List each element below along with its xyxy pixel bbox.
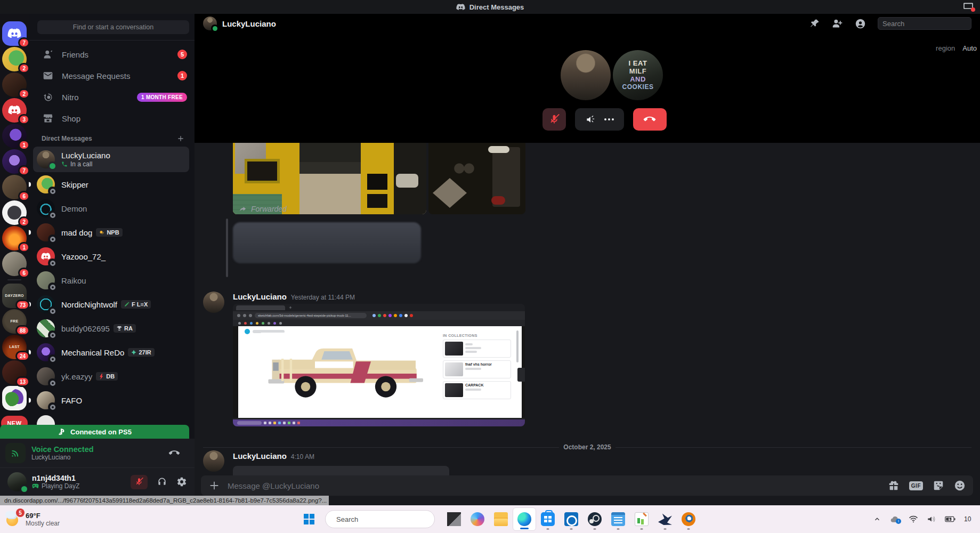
weather-widget[interactable]: 5 69°F Mostly clear (0, 511, 101, 527)
dm-avatar-rail-3[interactable]: 3 (2, 98, 27, 123)
volume-icon[interactable] (927, 515, 936, 523)
server-dayzero[interactable]: DAYZERO73 (2, 284, 27, 308)
dm-item-luckyluciano[interactable]: LuckyLuciano In a call (33, 147, 189, 172)
dm-avatar-rail-9[interactable]: 6 (2, 252, 27, 276)
dm-item-yazooo[interactable]: Yazooo_72_ (33, 245, 189, 268)
avatar[interactable] (203, 292, 224, 313)
emoji-icon[interactable] (954, 480, 966, 491)
pin-icon[interactable] (809, 18, 820, 29)
dm-avatar-rail-4[interactable]: 1 (2, 124, 27, 148)
dm-item-fafo[interactable]: FAFO (33, 389, 189, 412)
message-input[interactable] (228, 481, 880, 490)
taskbar-search-input[interactable] (336, 515, 430, 523)
server-plant[interactable] (2, 386, 27, 410)
gift-icon[interactable] (888, 480, 900, 491)
hang-up-button[interactable] (633, 108, 667, 131)
message-input-bar[interactable]: GIF (201, 475, 973, 496)
taskbar-app-office-doc[interactable] (630, 507, 653, 531)
participant-avatar-luckyluciano[interactable] (561, 50, 611, 100)
disconnect-call-icon[interactable] (169, 448, 187, 458)
image-attachment[interactable] (233, 143, 426, 214)
sidebar-item-message-requests[interactable]: Message Requests 1 (29, 65, 195, 86)
self-mute-button[interactable] (131, 475, 148, 489)
find-conversation-button[interactable]: Find or start a conversation (37, 20, 189, 34)
image-attachment[interactable] (428, 143, 525, 214)
message-author[interactable]: LuckyLuciano (233, 451, 287, 461)
gif-picker-icon[interactable]: GIF (909, 481, 923, 490)
battery-icon[interactable] (945, 516, 955, 522)
dm-avatar-rail-1[interactable]: 2 (2, 47, 27, 71)
taskbar-app-outlook[interactable] (560, 507, 583, 531)
tray-chevron-icon[interactable] (873, 515, 881, 523)
dm-avatar-rail-2[interactable]: 2 (2, 72, 27, 97)
ps5-connection-banner[interactable]: Connected on PS5 (0, 425, 189, 439)
create-dm-icon[interactable] (176, 134, 185, 143)
blurred-embed[interactable] (233, 222, 421, 263)
dm-item-mechanical-redo[interactable]: Mechanical ReDo 27IR (33, 341, 189, 364)
settings-gear-icon[interactable] (176, 477, 187, 487)
start-button[interactable] (298, 508, 320, 530)
online-status-dot (50, 163, 55, 169)
screenshare-indicator-icon[interactable] (963, 2, 974, 11)
server-13[interactable]: 13 (2, 360, 27, 385)
taskbar-app-store[interactable] (536, 507, 560, 531)
mute-microphone-button[interactable] (542, 108, 566, 131)
deafen-button[interactable] (157, 477, 167, 487)
dm-avatar-rail-7[interactable]: 2 (2, 200, 27, 225)
participant-avatar-self[interactable]: I EAT MILF AND COOKIES (613, 50, 663, 100)
chat-search[interactable] (878, 17, 971, 30)
voice-connected-label[interactable]: Voice Connected (31, 445, 163, 454)
tray-clock[interactable]: 10 (964, 515, 980, 523)
dm-item-mad-dog[interactable]: mad dog NPB (33, 221, 189, 244)
self-avatar[interactable] (7, 472, 27, 491)
app-titlebar[interactable]: Direct Messages (0, 0, 980, 14)
avatar[interactable] (203, 17, 217, 30)
wifi-icon[interactable] (909, 515, 918, 523)
avatar (37, 295, 55, 313)
server-fre[interactable]: FRE88 (2, 309, 27, 334)
dm-item-demon[interactable]: Demon (33, 197, 189, 220)
clipped-attachment[interactable] (233, 466, 449, 475)
voice-channel-name[interactable]: LuckyLuciano (31, 454, 163, 461)
dm-item-nordicnightwolf[interactable]: NordicNightwolf F L≡X (33, 293, 189, 316)
self-identity[interactable]: n1nj4d34th1 Playing DayZ (32, 474, 125, 490)
sidebar-item-friends[interactable]: Friends 5 (29, 44, 195, 65)
taskbar-app-blender[interactable] (677, 507, 700, 531)
taskbar-app-copilot[interactable] (466, 507, 489, 531)
taskbar-app-edge[interactable] (513, 507, 536, 531)
screenshot-attachment[interactable]: sketchfab.com/3d-models/generic-4wd-step… (233, 304, 525, 426)
chat-title[interactable]: LuckyLuciano (222, 19, 276, 28)
collection-card[interactable]: CARPACK (443, 381, 511, 399)
user-profile-icon[interactable] (855, 18, 866, 29)
chat-search-input[interactable] (882, 20, 967, 28)
soundboard-and-more-button[interactable] (575, 108, 624, 131)
taskbar-app-steam[interactable] (583, 507, 606, 531)
taskbar-search[interactable] (325, 510, 435, 528)
taskbar-app-file-explorer[interactable] (489, 507, 513, 531)
sticker-icon[interactable] (933, 480, 944, 491)
home-button[interactable]: 7 (2, 21, 27, 46)
sidebar-item-shop[interactable]: Shop (29, 108, 195, 129)
dm-avatar-rail-5[interactable]: 7 (2, 149, 27, 174)
dm-avatar-rail-8[interactable]: 1 (2, 226, 27, 251)
avatar[interactable] (203, 450, 224, 472)
dm-item-raikou[interactable]: Raikou (33, 269, 189, 292)
dm-item-skipper[interactable]: Skipper (33, 173, 189, 196)
attach-plus-icon[interactable] (208, 480, 220, 491)
dm-item-buddy062695[interactable]: buddy062695 RA (33, 317, 189, 340)
server-last[interactable]: LAST24 (2, 335, 27, 359)
collection-card[interactable]: fnaf vhs horror (443, 360, 511, 378)
dm-item-yk-eazyy[interactable]: yk.eazyy DB (33, 365, 189, 388)
message-author[interactable]: LuckyLuciano (233, 292, 287, 301)
collection-card[interactable] (443, 340, 511, 358)
page-scrollbar[interactable] (516, 330, 519, 362)
more-options-icon[interactable] (604, 118, 614, 120)
taskbar-app-dark-bird[interactable] (653, 507, 677, 531)
dm-avatar-rail-6[interactable]: 6 (2, 175, 27, 199)
user-panel: n1nj4d34th1 Playing DayZ (0, 467, 195, 496)
taskbar-app-taskview[interactable] (442, 507, 466, 531)
taskbar-app-notepad[interactable] (606, 507, 630, 531)
add-friend-to-dm-icon[interactable] (832, 18, 843, 29)
sidebar-item-nitro[interactable]: Nitro 1 MONTH FREE (29, 86, 195, 108)
onedrive-icon[interactable]: i (889, 515, 900, 523)
